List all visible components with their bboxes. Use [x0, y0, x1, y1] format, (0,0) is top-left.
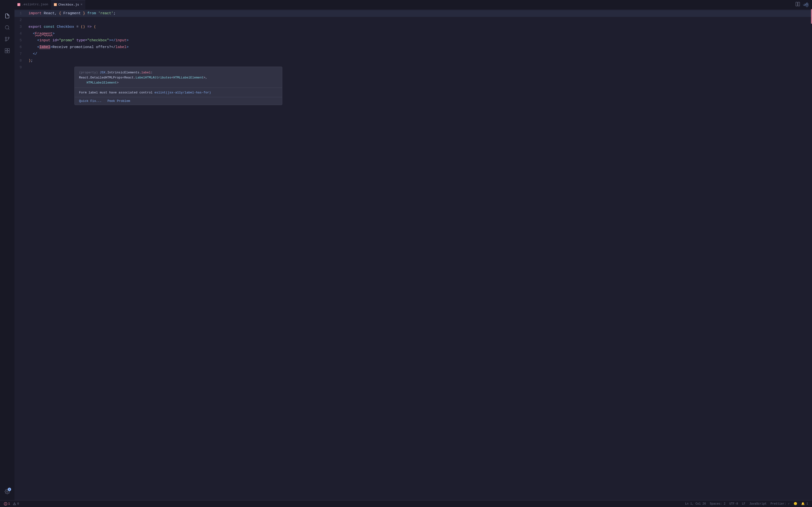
tab-close-button[interactable]: × [81, 3, 83, 6]
code-line-4: 4 <Fragment> [14, 31, 812, 37]
warning-count: 0 [17, 502, 19, 506]
cursor-position[interactable]: Ln 1, Col 26 [685, 502, 706, 506]
tab-bar: {} .eslintrc.json JS Checkbox.js × [0, 0, 812, 9]
line-content-6: <label>Receive promotional offers?</labe… [27, 44, 812, 51]
svg-point-13 [8, 37, 9, 39]
svg-rect-5 [798, 2, 800, 6]
tooltip-error-text: Form label must have associated control … [79, 90, 278, 95]
js-file-icon: JS [54, 3, 57, 6]
tooltip-hover-box: (property) JSX.IntrinsicElements.label: … [74, 67, 282, 105]
prettier-status[interactable]: Prettier: ✓ [770, 502, 790, 506]
split-editor-icon[interactable] [796, 2, 800, 7]
peek-problem-button[interactable]: Peek Problem [108, 99, 130, 103]
line-content-8: ); [27, 57, 812, 64]
settings-icon[interactable]: 1 [2, 487, 12, 496]
notification-bell[interactable]: 🔔 1 [801, 502, 808, 506]
error-count: 1 [8, 502, 10, 506]
code-line-8: 8 ); [14, 57, 812, 64]
main-layout: 1 1 import React, { Fragment } from 'rea… [0, 9, 812, 500]
language-mode[interactable]: JavaScript [749, 502, 767, 506]
code-line-1: 1 import React, { Fragment } from 'react… [14, 10, 812, 17]
svg-rect-15 [5, 49, 7, 50]
line-content-4: <Fragment> [27, 31, 812, 37]
settings-badge: 1 [8, 488, 11, 491]
line-number-5: 5 [14, 37, 27, 44]
line-ending[interactable]: LF [742, 502, 745, 506]
tooltip-actions: Quick Fix... Peek Problem [75, 97, 282, 105]
svg-rect-4 [796, 2, 798, 6]
eslint-rule: eslint(jsx-a11y/label-has-for) [154, 91, 211, 95]
line-number-3: 3 [14, 24, 27, 31]
code-line-5: 5 <input id="promo" type="checkbox"></in… [14, 37, 812, 44]
search-icon[interactable] [2, 23, 12, 32]
tooltip-type-line2: HTMLLabelElement> [79, 80, 278, 86]
tab-checkbox-label: Checkbox.js [58, 3, 79, 6]
error-message: Form label must have associated control [79, 91, 152, 95]
line-number-4: 4 [14, 31, 27, 37]
tooltip-type-section: (property) JSX.IntrinsicElements.label: … [75, 67, 282, 88]
svg-point-9 [5, 25, 9, 29]
tooltip-type-line1: (property) JSX.IntrinsicElements.label: … [79, 70, 278, 80]
tab-checkbox[interactable]: JS Checkbox.js × [51, 0, 85, 9]
line-content-1: import React, { Fragment } from 'react'; [27, 10, 812, 17]
svg-point-11 [5, 37, 7, 39]
status-bar-right: Ln 1, Col 26 Spaces: 2 UTF-8 LF JavaScri… [685, 502, 808, 506]
activity-bar: 1 [0, 9, 14, 500]
svg-rect-18 [7, 51, 9, 53]
svg-point-22 [5, 504, 6, 505]
tab-eslintrc-label: .eslintrc.json [22, 3, 48, 6]
json-file-icon: {} [17, 3, 20, 6]
tab-eslintrc[interactable]: {} .eslintrc.json [14, 0, 51, 9]
extensions-icon[interactable] [2, 46, 12, 56]
code-line-7: 7 </ [14, 51, 812, 57]
code-line-6: 6 <label>Receive promotional offers?</la… [14, 44, 812, 51]
svg-rect-16 [7, 49, 9, 50]
quick-fix-button[interactable]: Quick Fix... [79, 99, 102, 103]
code-editor[interactable]: 1 import React, { Fragment } from 'react… [14, 9, 812, 500]
encoding[interactable]: UTF-8 [729, 502, 738, 506]
line-number-7: 7 [14, 51, 27, 57]
activity-bar-bottom: 1 [2, 487, 12, 498]
status-bar: 1 0 Ln 1, Col 26 Spaces: 2 UTF-8 LF Java… [0, 500, 812, 507]
svg-point-19 [6, 491, 8, 492]
svg-rect-17 [5, 51, 7, 53]
line-number-8: 8 [14, 57, 27, 64]
svg-text:JS: JS [54, 4, 56, 6]
scrollbar-thumb [811, 9, 812, 24]
status-errors[interactable]: 1 [4, 502, 10, 506]
svg-line-10 [8, 29, 9, 30]
scrollbar-track[interactable] [809, 9, 812, 500]
svg-point-24 [14, 504, 15, 505]
line-content-3: export const Checkbox = () => ( [27, 24, 812, 31]
emoji-status[interactable]: 🙂 [794, 502, 797, 506]
source-control-icon[interactable] [2, 34, 12, 44]
tooltip-error-section: Form label must have associated control … [75, 88, 282, 97]
explorer-icon[interactable] [2, 11, 12, 21]
code-line-3: 3 export const Checkbox = () => ( [14, 24, 812, 31]
svg-text:{}: {} [18, 4, 19, 6]
line-content-5: <input id="promo" type="checkbox"></inpu… [27, 37, 812, 44]
line-number-2: 2 [14, 17, 27, 24]
status-warnings[interactable]: 0 [13, 502, 19, 506]
editor-area[interactable]: 1 import React, { Fragment } from 'react… [14, 9, 812, 500]
line-number-1: 1 [14, 10, 27, 17]
code-line-2: 2 [14, 17, 812, 24]
svg-point-12 [5, 40, 7, 41]
line-content-7: </ [27, 51, 812, 57]
line-number-6: 6 [14, 44, 27, 51]
line-number-9: 9 [14, 64, 27, 71]
vscode-logo [803, 2, 809, 9]
indentation[interactable]: Spaces: 2 [710, 502, 725, 506]
status-bar-left: 1 0 [4, 502, 19, 506]
